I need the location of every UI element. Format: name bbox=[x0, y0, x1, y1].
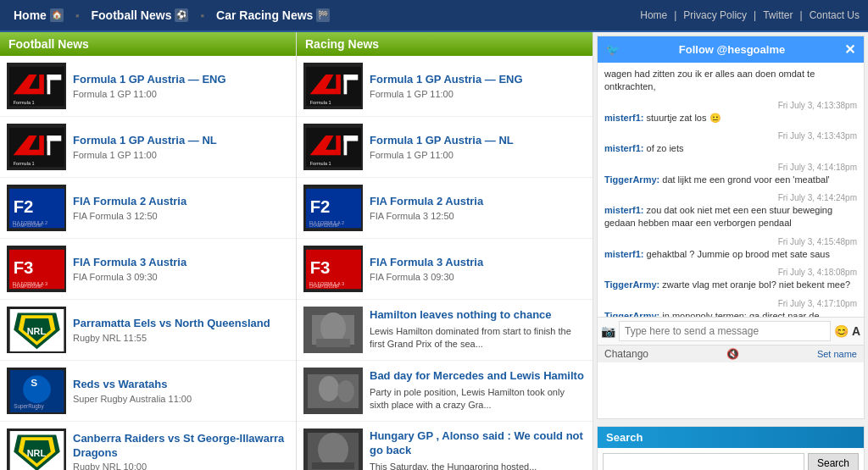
chat-input[interactable] bbox=[619, 321, 831, 341]
news-title[interactable]: Reds vs Waratahs bbox=[73, 378, 168, 390]
tweet-text: misterf1: stuurtje zat los 😐 bbox=[604, 112, 857, 124]
news-title[interactable]: FIA Formula 3 Austria bbox=[370, 256, 483, 268]
list-item[interactable]: Hungary GP , Alonso said : We could not … bbox=[297, 422, 593, 470]
news-title[interactable]: Canberra Raiders vs St George-Illawarra … bbox=[73, 432, 284, 459]
news-title[interactable]: Hungary GP , Alonso said : We could not … bbox=[370, 429, 583, 456]
search-button[interactable]: Search bbox=[808, 453, 859, 470]
news-sub: Super Rugby Australia 11:00 bbox=[73, 394, 289, 404]
football-news-column: Football News Formula 1 Formula 1 GP Aus… bbox=[0, 32, 297, 470]
racing-news-column: Racing News Formula 1 Formula 1 GP Austr… bbox=[297, 32, 593, 470]
tweet-entry: Fri July 3, 4:14:18pm TiggerArmy: dat li… bbox=[604, 163, 857, 186]
main-container: Football News Formula 1 Formula 1 GP Aus… bbox=[0, 32, 868, 470]
list-item[interactable]: S SuperRugby Reds vs Waratahs Super Rugb… bbox=[0, 361, 296, 422]
list-item[interactable]: Formula 1 Formula 1 GP Austria — ENG For… bbox=[297, 56, 593, 117]
news-sub: Rugby NRL 10:00 bbox=[73, 462, 289, 470]
list-item[interactable]: Hamilton leaves nothing to chance Lewis … bbox=[297, 300, 593, 361]
tweet-entry: wagen had zitten zou ik er alles aan doe… bbox=[604, 68, 857, 94]
nav-car-racing-news[interactable]: Car Racing News 🏁 bbox=[211, 5, 335, 25]
nav-football-news[interactable]: Football News ⚽ bbox=[86, 5, 194, 25]
news-text: Reds vs Waratahs Super Rugby Australia 1… bbox=[73, 378, 289, 404]
search-header: Search bbox=[598, 427, 864, 448]
svg-text:SuperRugby: SuperRugby bbox=[14, 403, 44, 410]
chatango-bar: Chatango 🔇 Set name bbox=[598, 345, 864, 362]
nav-home[interactable]: Home 🏠 bbox=[8, 5, 69, 25]
svg-rect-57 bbox=[316, 339, 350, 347]
tweet-time: Fri July 3, 4:14:18pm bbox=[604, 163, 857, 172]
news-desc: Party in pole position, Lewis Hamilton t… bbox=[370, 386, 586, 412]
tweet-user: misterf1: bbox=[604, 205, 643, 215]
news-title[interactable]: Hamilton leaves nothing to chance bbox=[370, 308, 552, 321]
svg-text:CHAMPIONSHIP: CHAMPIONSHIP bbox=[12, 285, 42, 289]
news-title[interactable]: Formula 1 GP Austria — ENG bbox=[73, 73, 226, 86]
tweet-text: TiggerArmy: in monopoly termen: ga direc… bbox=[604, 310, 857, 317]
news-sub: FIA Formula 3 12:50 bbox=[73, 211, 289, 221]
svg-rect-42 bbox=[336, 135, 341, 155]
news-sub: Formula 1 GP 11:00 bbox=[73, 150, 289, 160]
nav-contact-us[interactable]: Contact Us bbox=[810, 9, 860, 21]
twitter-follow-label: Follow @hesgoalme bbox=[679, 43, 785, 56]
tweet-user: TiggerArmy: bbox=[604, 279, 659, 290]
news-title[interactable]: Bad day for Mercedes and Lewis Hamilto bbox=[370, 369, 584, 382]
news-sub: FIA Formula 3 09:30 bbox=[370, 272, 586, 282]
emoji-icon[interactable]: 😊 bbox=[834, 324, 849, 338]
right-sidebar: 🐦 Follow @hesgoalme ✕ wagen had zitten z… bbox=[593, 32, 868, 470]
list-item[interactable]: NRL Canberra Raiders vs St George-Illawa… bbox=[0, 422, 296, 470]
list-item[interactable]: NRL Parramatta Eels vs North Queensland … bbox=[0, 300, 296, 361]
tweet-user: TiggerArmy: bbox=[604, 174, 659, 185]
list-item[interactable]: Formula 1 Formula 1 GP Austria — ENG For… bbox=[0, 56, 296, 117]
list-item[interactable]: F2 FIA FORMULA 2 CHAMPIONSHIP FIA Formul… bbox=[0, 178, 296, 239]
svg-text:F2: F2 bbox=[309, 196, 330, 215]
svg-rect-44 bbox=[343, 135, 358, 141]
list-item[interactable]: F3 FIA FORMULA 3 CHAMPIONSHIP FIA Formul… bbox=[297, 239, 593, 300]
f1-logo-thumb: Formula 1 bbox=[303, 124, 363, 170]
superrugby-logo-thumb: S SuperRugby bbox=[7, 368, 66, 414]
news-text: FIA Formula 3 Austria FIA Formula 3 09:3… bbox=[73, 256, 289, 282]
nrl-logo-thumb-2: NRL bbox=[7, 429, 66, 470]
chatango-label: Chatango bbox=[604, 348, 648, 360]
photo-thumb-2 bbox=[303, 368, 363, 414]
nav-twitter[interactable]: Twitter bbox=[763, 9, 793, 21]
svg-rect-4 bbox=[47, 75, 61, 80]
tweet-entry: Fri July 3, 4:17:10pm TiggerArmy: in mon… bbox=[604, 299, 857, 317]
text-format-icon[interactable]: A bbox=[852, 324, 860, 338]
football-news-label: Football News bbox=[92, 8, 172, 22]
svg-text:F3: F3 bbox=[13, 257, 33, 276]
tweet-entry: Fri July 3, 4:13:43pm misterf1: of zo ie… bbox=[604, 131, 857, 155]
f1-logo-thumb: Formula 1 bbox=[7, 63, 66, 109]
news-text: Formula 1 GP Austria — NL Formula 1 GP 1… bbox=[370, 134, 586, 160]
twitter-feed: wagen had zitten zou ik er alles aan doe… bbox=[598, 63, 864, 317]
svg-text:S: S bbox=[31, 377, 37, 389]
news-title[interactable]: Formula 1 GP Austria — NL bbox=[73, 134, 217, 147]
search-input[interactable] bbox=[603, 453, 804, 470]
news-sub: Formula 1 GP 11:00 bbox=[73, 89, 289, 99]
list-item[interactable]: Bad day for Mercedes and Lewis Hamilto P… bbox=[297, 361, 593, 422]
f2-logo-thumb: F2 FIA FORMULA 2 CHAMPIONSHIP bbox=[303, 185, 363, 231]
news-title[interactable]: Formula 1 GP Austria — NL bbox=[370, 134, 514, 147]
news-title[interactable]: FIA Formula 3 Austria bbox=[73, 256, 186, 268]
svg-text:NRL: NRL bbox=[26, 448, 46, 458]
news-sub: Formula 1 GP 11:00 bbox=[370, 89, 586, 99]
photo-thumb-3 bbox=[303, 429, 363, 470]
nav-privacy-policy[interactable]: Privacy Policy bbox=[683, 9, 747, 21]
list-item[interactable]: F2 FIA FORMULA 2 CHAMPIONSHIP FIA Formul… bbox=[297, 178, 593, 239]
news-title[interactable]: Parramatta Eels vs North Queensland bbox=[73, 317, 270, 329]
volume-icon[interactable]: 🔇 bbox=[726, 348, 739, 360]
svg-text:Formula 1: Formula 1 bbox=[309, 161, 331, 166]
tweet-text: wagen had zitten zou ik er alles aan doe… bbox=[604, 68, 857, 94]
search-widget: Search Search bbox=[597, 426, 865, 470]
list-item[interactable]: Formula 1 Formula 1 GP Austria — NL Form… bbox=[297, 117, 593, 178]
svg-text:Formula 1: Formula 1 bbox=[13, 161, 34, 166]
svg-rect-65 bbox=[312, 462, 354, 469]
tweet-entry: Fri July 3, 4:14:24pm misterf1: zou dat … bbox=[604, 193, 857, 230]
news-title[interactable]: Formula 1 GP Austria — ENG bbox=[370, 73, 523, 86]
nav-right-home[interactable]: Home bbox=[640, 9, 667, 21]
tweet-user: TiggerArmy: bbox=[604, 311, 659, 317]
tweet-time: Fri July 3, 4:17:10pm bbox=[604, 299, 857, 308]
list-item[interactable]: Formula 1 Formula 1 GP Austria — NL Form… bbox=[0, 117, 296, 178]
news-title[interactable]: FIA Formula 2 Austria bbox=[370, 195, 483, 207]
list-item[interactable]: F3 FIA FORMULA 3 CHAMPIONSHIP FIA Formul… bbox=[0, 239, 296, 300]
tweet-time: Fri July 3, 4:13:43pm bbox=[604, 131, 857, 141]
news-title[interactable]: FIA Formula 2 Austria bbox=[73, 195, 186, 207]
set-name-button[interactable]: Set name bbox=[817, 349, 857, 359]
twitter-close-button[interactable]: ✕ bbox=[844, 41, 855, 58]
